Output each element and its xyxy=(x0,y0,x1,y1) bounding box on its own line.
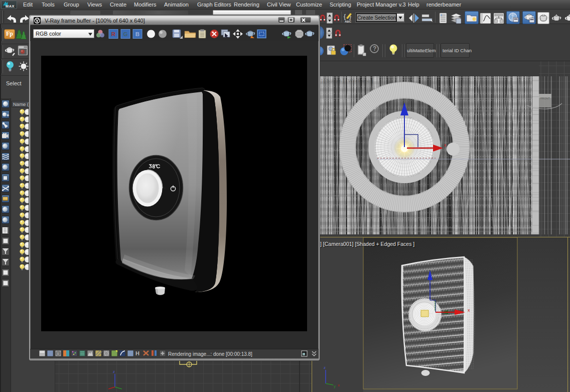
svg-text:x: x xyxy=(444,143,447,148)
svg-text:R: R xyxy=(111,31,116,37)
svg-text:z: z xyxy=(113,369,115,374)
svg-text:z: z xyxy=(324,365,326,370)
svg-text:{: { xyxy=(344,13,346,20)
svg-text:x: x xyxy=(338,383,340,387)
svg-text:] [ Bottom ] [ Wireframe ]: ] [ Bottom ] [ Wireframe ] xyxy=(321,78,373,83)
svg-text:FRONT: FRONT xyxy=(540,97,550,100)
svg-text:ABC: ABC xyxy=(345,20,352,23)
svg-text:x: x xyxy=(468,308,470,313)
svg-text:G: G xyxy=(123,31,128,37)
svg-text:y: y xyxy=(334,384,336,388)
svg-text:B: B xyxy=(135,31,139,37)
svg-text:H: H xyxy=(135,350,139,356)
